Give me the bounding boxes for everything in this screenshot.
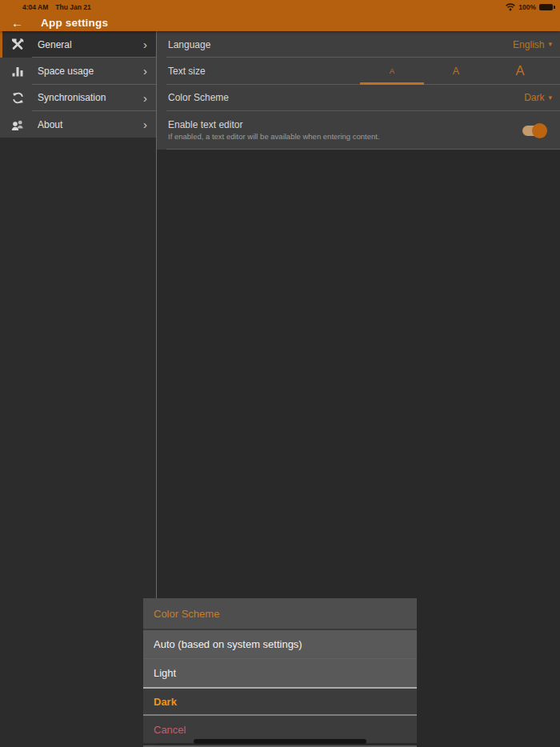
status-left: 4:04 AM Thu Jan 21 bbox=[22, 3, 91, 11]
chevron-right-icon: › bbox=[143, 92, 147, 104]
text-size-label: Text size bbox=[168, 66, 206, 77]
color-scheme-dialog: Color Scheme Auto (based on system setti… bbox=[143, 598, 417, 747]
battery-percent: 100% bbox=[518, 3, 536, 11]
toggle-knob bbox=[532, 123, 547, 138]
dialog-option-label: Auto (based on system settings) bbox=[154, 638, 302, 650]
text-size-selector: A A A bbox=[360, 58, 552, 84]
language-row[interactable]: Language English ▾ bbox=[157, 31, 560, 58]
sidebar-item-label: General bbox=[38, 39, 72, 50]
text-editor-toggle[interactable] bbox=[521, 122, 547, 138]
dropdown-caret-icon: ▾ bbox=[548, 41, 552, 48]
text-size-medium-tab[interactable]: A bbox=[424, 58, 488, 84]
sidebar-item-label: Space usage bbox=[38, 66, 94, 77]
text-editor-label: Enable text editor bbox=[168, 119, 380, 130]
status-bar: 4:04 AM Thu Jan 21 100% bbox=[0, 0, 560, 14]
app-bar: ← App settings bbox=[0, 14, 560, 31]
sidebar-item-label: Synchronisation bbox=[38, 92, 106, 103]
dialog-option-auto[interactable]: Auto (based on system settings) bbox=[143, 630, 417, 658]
app-settings-screen: 4:04 AM Thu Jan 21 100% ← App settings bbox=[0, 0, 560, 747]
people-icon bbox=[10, 118, 26, 132]
home-indicator[interactable] bbox=[194, 739, 366, 744]
bar-chart-icon bbox=[10, 64, 26, 78]
language-label: Language bbox=[168, 39, 210, 50]
text-size-large-tab[interactable]: A bbox=[488, 58, 552, 84]
chevron-right-icon: › bbox=[143, 118, 147, 130]
tools-icon bbox=[10, 38, 26, 52]
status-right: 100% bbox=[506, 3, 553, 11]
back-arrow-icon[interactable]: ← bbox=[11, 17, 23, 29]
dropdown-caret-icon: ▾ bbox=[548, 94, 552, 102]
sync-icon bbox=[10, 90, 26, 105]
color-scheme-label: Color Scheme bbox=[168, 92, 229, 103]
sidebar-item-label: About bbox=[38, 119, 62, 130]
top-bars: 4:04 AM Thu Jan 21 100% ← App settings bbox=[0, 0, 560, 31]
chevron-right-icon: › bbox=[143, 65, 147, 77]
text-size-large-glyph: A bbox=[515, 63, 524, 78]
text-size-small-glyph: A bbox=[390, 66, 394, 75]
color-scheme-row[interactable]: Color Scheme Dark ▾ bbox=[157, 85, 560, 111]
chevron-right-icon: › bbox=[143, 38, 147, 50]
sidebar-item-synchronisation[interactable]: Synchronisation › bbox=[0, 85, 157, 111]
dialog-option-light[interactable]: Light bbox=[143, 658, 417, 687]
battery-icon bbox=[539, 4, 553, 10]
text-editor-description: If enabled, a text editor will be availa… bbox=[168, 132, 380, 141]
sidebar-divider bbox=[156, 31, 157, 598]
dialog-option-dark-selected[interactable]: Dark bbox=[143, 689, 417, 714]
dialog-option-label: Light bbox=[154, 667, 176, 679]
text-size-row: Text size A A A bbox=[157, 58, 560, 84]
dialog-title-text: Color Scheme bbox=[154, 608, 219, 620]
text-size-medium-glyph: A bbox=[453, 66, 459, 77]
cancel-label: Cancel bbox=[154, 724, 186, 736]
language-value[interactable]: English bbox=[513, 39, 544, 50]
page-title: App settings bbox=[41, 17, 108, 29]
dialog-option-label: Dark bbox=[154, 696, 177, 708]
sidebar-item-general[interactable]: General › bbox=[0, 31, 157, 58]
color-scheme-value[interactable]: Dark bbox=[524, 92, 544, 103]
wifi-icon bbox=[506, 3, 515, 11]
text-editor-text: Enable text editor If enabled, a text ed… bbox=[168, 119, 380, 141]
dialog-title: Color Scheme bbox=[143, 598, 417, 629]
clock: 4:04 AM bbox=[22, 3, 48, 11]
text-size-small-tab[interactable]: A bbox=[360, 58, 424, 84]
settings-sidebar: General › Space usage › bbox=[0, 31, 157, 747]
sidebar-item-space-usage[interactable]: Space usage › bbox=[0, 58, 157, 84]
sidebar-item-about[interactable]: About › bbox=[0, 111, 157, 138]
text-editor-row: Enable text editor If enabled, a text ed… bbox=[157, 111, 560, 150]
date: Thu Jan 21 bbox=[55, 3, 90, 11]
